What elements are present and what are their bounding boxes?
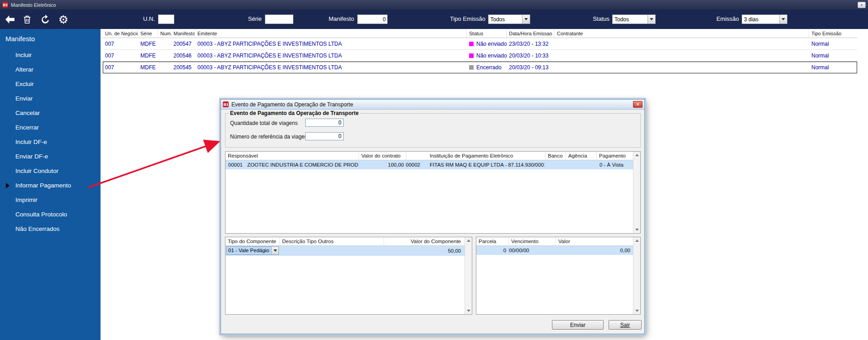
manifesto-input[interactable] xyxy=(357,14,388,24)
sidebar-item-incluir-condutor[interactable]: Incluir Condutor xyxy=(0,164,101,178)
status-text: Não enviado xyxy=(476,50,508,62)
col-un-negocio[interactable]: Un. de Negócio xyxy=(103,29,138,38)
vertical-scrollbar[interactable] xyxy=(633,152,640,233)
emissao-label: Emissão xyxy=(697,15,739,22)
sidebar-item-nao-encerrados[interactable]: Não Encerrados xyxy=(0,222,101,236)
sidebar-item-incluir-dfe[interactable]: Incluir DF-e xyxy=(0,135,101,149)
sidebar-item-enviar-dfe[interactable]: Enviar DF-e xyxy=(0,149,101,164)
status-indicator xyxy=(469,53,474,58)
col-vencimento[interactable]: Vencimento xyxy=(509,237,556,246)
delete-button[interactable] xyxy=(20,13,34,26)
col-status[interactable]: Status xyxy=(467,29,507,38)
app-logo-icon xyxy=(2,2,8,8)
back-icon xyxy=(4,14,16,25)
col-contratante[interactable]: Contratante xyxy=(555,29,809,38)
referencia-input[interactable] xyxy=(305,132,344,140)
col-tipo-componente[interactable]: Tipo do Componente xyxy=(225,237,280,246)
sidebar-item-incluir[interactable]: Incluir xyxy=(0,48,101,62)
referencia-label: Número de referência da viagem xyxy=(230,134,309,140)
dialog-titlebar: Evento de Pagamento da Operação de Trans… xyxy=(221,100,644,110)
chevron-down-icon xyxy=(271,247,278,254)
parcela-grid: Parcela Vencimento Valor 0 00/00/00 0,00 xyxy=(476,237,641,315)
serie-input[interactable] xyxy=(265,14,293,24)
sidebar-item-informar-pagamento[interactable]: Informar Pagamento xyxy=(0,178,101,193)
back-button[interactable] xyxy=(3,13,17,26)
col-responsavel[interactable]: Responsável xyxy=(225,152,359,160)
col-descricao-tipo-outros[interactable]: Descrição Tipo Outros xyxy=(280,237,384,246)
payment-row-selected[interactable]: 00001 ZOOTEC INDUSTRIA E COMERCIO DE PRO… xyxy=(225,160,633,169)
col-valor[interactable]: Valor xyxy=(556,237,633,246)
groupbox-title: Evento de Pagamento da Operação de Trans… xyxy=(228,110,360,116)
col-valor-contrato[interactable]: Valor do contrato xyxy=(359,152,407,160)
viagens-input[interactable] xyxy=(305,119,344,127)
sidebar-item-enviar[interactable]: Enviar xyxy=(0,91,101,106)
viagens-label: Quantidade total de viagens xyxy=(230,120,297,126)
trash-icon xyxy=(22,14,32,24)
vertical-scrollbar[interactable] xyxy=(633,237,640,314)
manifest-row[interactable]: 007 MDFE 200546 00003 - ABYZ PARTICIPAÇÕ… xyxy=(103,50,857,62)
vertical-scrollbar[interactable] xyxy=(465,237,472,314)
refresh-button[interactable] xyxy=(38,13,53,26)
payment-grid-header: Responsável Valor do contrato Instituiçã… xyxy=(225,152,640,160)
toolbar: ⚙ U.N. Série Manifesto Tipo Emissão Todo… xyxy=(0,10,868,29)
scroll-up-icon[interactable] xyxy=(467,239,470,242)
window-title: Manifesto Eletrônico xyxy=(11,2,56,8)
un-label: U.N. xyxy=(127,15,155,22)
emissao-select[interactable]: 3 dias xyxy=(742,14,787,24)
col-agencia[interactable]: Agência xyxy=(566,152,597,160)
refresh-icon xyxy=(40,14,51,25)
scroll-down-icon[interactable] xyxy=(635,310,639,312)
sidebar-title: Manifesto xyxy=(0,29,101,48)
col-tipo-emissao[interactable]: Tipo Emissão xyxy=(809,29,857,38)
col-instituicao[interactable]: Instituição de Pagamento Eletrônico xyxy=(407,152,546,160)
tipo-emissao-select[interactable]: Todos xyxy=(488,14,530,24)
col-pagamento[interactable]: Pagamento xyxy=(597,152,633,160)
status-text: Encerrado xyxy=(476,62,508,73)
col-parcela[interactable]: Parcela xyxy=(476,237,509,246)
col-valor-componente[interactable]: Valor do Componente xyxy=(384,237,465,246)
chevron-down-icon xyxy=(522,15,530,24)
status-select[interactable]: Todos xyxy=(612,14,656,24)
window-close-button[interactable]: × xyxy=(858,2,866,8)
active-item-marker-icon xyxy=(6,183,10,188)
col-num-manifesto[interactable]: Num. Manifesto xyxy=(158,29,195,38)
sidebar-item-encerrar[interactable]: Encerrar xyxy=(0,120,101,135)
sidebar-item-alterar[interactable]: Alterar xyxy=(0,62,101,77)
sidebar-item-excluir[interactable]: Excluir xyxy=(0,77,101,91)
col-data-hora[interactable]: Data/Hora Emissao xyxy=(507,29,555,38)
app-window: Manifesto Eletrônico × ⚙ U.N. Série Mani… xyxy=(0,0,868,340)
app-logo-icon xyxy=(223,101,229,107)
sidebar-item-cancelar[interactable]: Cancelar xyxy=(0,106,101,120)
chevron-down-icon xyxy=(647,15,655,24)
dialog-title: Evento de Pagamento da Operação de Trans… xyxy=(231,101,353,108)
col-banco[interactable]: Banco xyxy=(546,152,566,160)
un-input[interactable] xyxy=(158,14,174,24)
dialog-close-button[interactable]: × xyxy=(633,101,643,108)
scroll-up-icon[interactable] xyxy=(635,239,639,242)
component-grid-header: Tipo do Componente Descrição Tipo Outros… xyxy=(225,237,472,246)
component-grid: Tipo do Componente Descrição Tipo Outros… xyxy=(225,237,472,315)
enviar-button[interactable]: Enviar xyxy=(552,320,604,330)
parcela-row-selected[interactable]: 0 00/00/00 0,00 xyxy=(476,246,633,255)
sidebar-item-consulta-protocolo[interactable]: Consulta Protocolo xyxy=(0,207,101,222)
manifest-row[interactable]: 007 MDFE 200547 00003 - ABYZ PARTICIPAÇÕ… xyxy=(103,38,857,50)
manifest-grid-header: Un. de Negócio Série Num. Manifesto Emit… xyxy=(103,29,857,38)
window-titlebar: Manifesto Eletrônico × xyxy=(0,0,868,10)
settings-button[interactable]: ⚙ xyxy=(56,13,71,26)
tipo-emissao-label: Tipo Emissão xyxy=(434,15,485,22)
payment-event-dialog: Evento de Pagamento da Operação de Trans… xyxy=(221,99,645,334)
col-serie[interactable]: Série xyxy=(138,29,158,38)
component-row-selected[interactable]: 01 - Vale Pedágio 50,00 xyxy=(225,246,465,256)
payment-event-groupbox: Evento de Pagamento da Operação de Trans… xyxy=(225,113,641,148)
sidebar-item-imprimir[interactable]: Imprimir xyxy=(0,193,101,207)
col-emitente[interactable]: Emitente xyxy=(195,29,467,38)
scroll-up-icon[interactable] xyxy=(635,154,639,156)
scroll-down-icon[interactable] xyxy=(635,229,639,231)
manifesto-label: Manifesto xyxy=(316,15,354,22)
manifest-row-selected[interactable]: 007 MDFE 200545 00003 - ABYZ PARTICIPAÇÕ… xyxy=(103,62,857,73)
sair-button[interactable]: Sair xyxy=(609,320,642,330)
sidebar-item-label: Informar Pagamento xyxy=(15,182,71,189)
payment-grid: Responsável Valor do contrato Instituiçã… xyxy=(225,151,641,234)
scroll-down-icon[interactable] xyxy=(467,310,470,312)
tipo-componente-combobox[interactable]: 01 - Vale Pedágio xyxy=(226,246,279,255)
